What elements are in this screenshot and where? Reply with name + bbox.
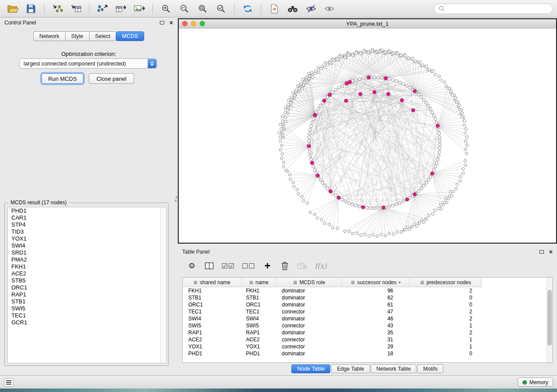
apply-layout-button[interactable] — [239, 2, 256, 15]
zoom-selected-button[interactable] — [213, 2, 229, 15]
mcds-list-scrollbar[interactable] — [160, 207, 166, 363]
table-row[interactable]: PHD1PHD1dominator180 — [183, 350, 552, 357]
mcds-result-item[interactable]: TID3 — [8, 228, 166, 235]
mcds-result-item[interactable]: STB5 — [8, 277, 166, 284]
export-table-button[interactable] — [113, 2, 129, 15]
tab-network[interactable]: Network — [33, 31, 65, 41]
table-row[interactable]: FKH1FKH1dominator962 — [183, 287, 552, 294]
table-row[interactable]: RAP1RAP1dominator352 — [183, 329, 552, 336]
tab-mcds[interactable]: MCDS — [116, 31, 144, 41]
function-builder-button[interactable]: f(x) — [315, 260, 326, 272]
close-panel-icon[interactable]: × — [549, 249, 553, 255]
float-panel-icon[interactable] — [540, 250, 544, 254]
zoom-fit-button[interactable] — [194, 2, 211, 15]
mcds-result-item[interactable]: YOX1 — [8, 235, 166, 242]
tab-style[interactable]: Style — [65, 31, 89, 41]
column-header-shared-name[interactable]: ▦ shared name — [183, 278, 242, 287]
select-all-rows-button[interactable]: ☑☑ — [221, 260, 235, 272]
table-scrollbar-thumb[interactable] — [547, 290, 552, 346]
network-titlebar[interactable]: YPA_prune.txt_1 — [179, 19, 556, 28]
mcds-result-item[interactable]: RAP1 — [8, 291, 166, 298]
import-table-button[interactable] — [68, 2, 84, 15]
tab-node-table[interactable]: Node Table — [291, 364, 330, 373]
table-row[interactable]: SWI4SWI4dominator462 — [183, 315, 552, 322]
mcds-result-item[interactable]: SWI5 — [8, 305, 166, 312]
export-image-icon — [134, 4, 145, 14]
run-mcds-button[interactable]: Run MCDS — [42, 73, 83, 84]
table-row[interactable]: STB1STB1dominator620 — [183, 294, 552, 301]
column-type-icon: ▦ — [351, 280, 355, 285]
deselect-all-rows-button[interactable]: ☐☐ — [242, 260, 256, 272]
table-cell: ORC1 — [242, 302, 277, 308]
mcds-result-item[interactable]: SWI4 — [8, 242, 166, 249]
criterion-dropdown[interactable]: largest connected component (undirected) — [19, 58, 157, 69]
table-panel-title: Table Panel — [182, 249, 210, 255]
open-session-button[interactable] — [4, 2, 21, 15]
column-header-successor-nodes[interactable]: ▦ successor nodes ▾ — [342, 278, 410, 287]
export-image-button[interactable] — [131, 2, 148, 15]
column-header-predecessor-nodes[interactable]: ▦ predecessor nodes — [410, 278, 482, 287]
column-header-mcds-role[interactable]: ▦ MCDS role — [277, 278, 342, 287]
float-panel-icon[interactable] — [160, 21, 164, 24]
add-column-button[interactable]: + — [262, 260, 273, 272]
delete-column-button[interactable] — [280, 260, 290, 272]
mcds-result-item[interactable]: STP4 — [8, 221, 166, 228]
table-settings-button[interactable]: ⚙ — [187, 260, 197, 272]
table-cell: 35 — [342, 330, 410, 336]
close-panel-button[interactable]: Close panel — [89, 73, 134, 84]
table-row[interactable]: YOX1YOX1connector291 — [183, 343, 552, 350]
tab-edge-table[interactable]: Edge Table — [331, 364, 370, 373]
column-type-icon: ▦ — [420, 280, 424, 285]
table-cell: SWI4 — [183, 316, 242, 322]
table-cell: 0 — [410, 295, 482, 301]
mcds-result-item[interactable]: SRD1 — [8, 249, 166, 256]
tab-motifs[interactable]: Motifs — [417, 364, 443, 373]
tab-network-table[interactable]: Network Table — [371, 364, 417, 373]
table-cell: 0 — [410, 302, 482, 308]
hide-selected-button[interactable] — [303, 2, 319, 15]
mcds-result-item[interactable]: ORC1 — [8, 284, 166, 291]
import-network-button[interactable] — [49, 2, 66, 15]
table-scrollbar[interactable] — [547, 278, 552, 362]
dropdown-stepper-icon — [148, 59, 156, 68]
close-panel-icon[interactable]: × — [170, 20, 173, 26]
search-box[interactable] — [434, 3, 553, 14]
table-row[interactable]: ACE2ACE2connector311 — [183, 336, 552, 343]
find-button[interactable] — [284, 2, 301, 15]
network-canvas[interactable] — [179, 28, 556, 243]
mcds-result-item[interactable]: PMA2 — [8, 256, 166, 263]
memory-button[interactable]: Memory — [518, 378, 553, 387]
clone-network-button[interactable] — [266, 2, 283, 15]
table-cell: YOX1 — [242, 344, 277, 350]
export-network-button[interactable] — [94, 2, 111, 15]
column-header-name[interactable]: ▦ name — [242, 278, 277, 287]
zoom-selected-icon — [216, 4, 226, 14]
show-columns-button[interactable] — [204, 260, 214, 272]
zoom-out-button[interactable] — [176, 2, 193, 15]
mcds-result-item[interactable]: STB1 — [8, 298, 166, 305]
zoom-in-button[interactable] — [158, 2, 174, 15]
table-row[interactable]: ORC1ORC1dominator610 — [183, 301, 552, 308]
table-row[interactable]: SWI5SWI5connector431 — [183, 322, 552, 329]
mcds-result-item[interactable]: TEC1 — [8, 312, 166, 319]
show-panels-button[interactable] — [4, 378, 14, 387]
search-input[interactable] — [447, 6, 548, 12]
panel-splitter-handle[interactable] — [174, 196, 178, 203]
delete-table-button[interactable] — [297, 260, 308, 272]
mcds-result-item[interactable]: FKH1 — [8, 263, 166, 270]
mcds-result-item[interactable]: PHD1 — [8, 207, 166, 214]
table-row[interactable]: TEC1TEC1connector472 — [183, 308, 552, 315]
tab-select[interactable]: Select — [89, 31, 116, 41]
mcds-result-item[interactable]: CAR1 — [8, 214, 166, 221]
table-cell: 46 — [342, 316, 410, 322]
show-all-button[interactable] — [321, 2, 338, 15]
node-table: ▦ shared name ▦ name ▦ MCDS role ▦ succe… — [182, 277, 553, 363]
table-cell: connector — [277, 344, 342, 350]
mcds-result-item[interactable]: ACE2 — [8, 270, 166, 277]
save-session-button[interactable] — [23, 2, 39, 15]
trash-icon — [280, 261, 289, 271]
table-cell: FKH1 — [242, 288, 277, 294]
toolbar-separator — [234, 3, 235, 14]
mcds-result-item[interactable]: GCR1 — [8, 319, 166, 326]
table-cell: 2 — [410, 288, 482, 294]
